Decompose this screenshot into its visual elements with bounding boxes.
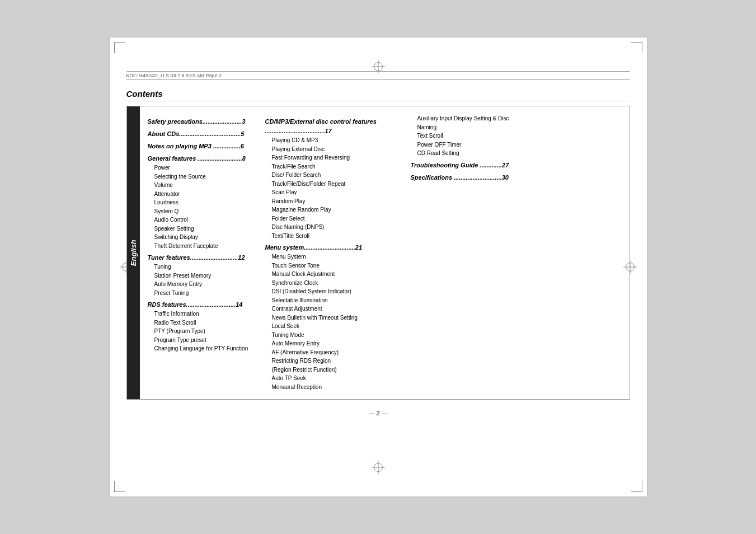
section-title: About CDs...............................… — [148, 129, 260, 139]
section-title: Notes on playing MP3 ................6 — [148, 142, 260, 151]
section-title: CD/MP3/External disc control features ..… — [265, 117, 405, 136]
list-item: Menu System — [265, 252, 405, 261]
list-item: (Region Restrict Function) — [265, 366, 405, 374]
corner-mark-br — [626, 475, 642, 492]
list-item: Fast Forwarding and Reversing — [265, 153, 405, 162]
list-item: Station Preset Memory — [148, 271, 260, 280]
column-2: CD/MP3/External disc control features ..… — [265, 114, 405, 391]
list-item: Magazine Random Play — [265, 205, 405, 214]
section-title: RDS features............................… — [148, 300, 260, 310]
page-number: — 2 — — [126, 410, 630, 416]
list-item: Auto TP Seek — [265, 374, 405, 383]
list-item: News Bulletin with Timeout Setting — [265, 313, 405, 322]
list-item: Touch Sensor Tone — [265, 261, 405, 270]
list-item: Preset Tuning — [148, 289, 260, 298]
list-item: Audio Control — [148, 216, 260, 224]
list-item: Playing External Disc — [265, 145, 405, 154]
list-item: Selecting the Source — [148, 172, 260, 181]
corner-mark-tr — [626, 42, 642, 59]
header-text: KDC-M4524G_U.S 03.7.8 9:23 AM Page 2 — [126, 73, 222, 78]
main-content-box: English Safety precautions..............… — [126, 106, 630, 400]
contents-title: Contents — [126, 89, 630, 101]
list-item: Traffic Information — [148, 310, 260, 318]
section-title: Specifications .........................… — [411, 173, 624, 182]
list-item: Scan Play — [265, 188, 405, 197]
crosshair-bottom — [372, 461, 385, 474]
list-item: Switching Display — [148, 233, 260, 242]
list-item: Auto Memory Entry — [148, 280, 260, 289]
list-item: Naming — [411, 123, 624, 132]
list-item: Radio Text Scroll — [148, 318, 260, 327]
list-item: Folder Select — [265, 214, 405, 223]
list-item: Contrast Adjustment — [265, 305, 405, 313]
list-item: Local Seek — [265, 322, 405, 331]
section-title: General features .......................… — [148, 154, 260, 163]
crosshair-top — [372, 60, 385, 73]
list-item: Auxiliary Input Display Setting & Disc — [411, 114, 624, 123]
list-item: Playing CD & MP3 — [265, 136, 405, 145]
list-item: AF (Alternative Frequency) — [265, 348, 405, 357]
list-item: Restricting RDS Region — [265, 357, 405, 366]
list-item: DSI (Disabled System Indicator) — [265, 287, 405, 296]
list-item: Program Type preset — [148, 336, 260, 345]
list-item: Manual Clock Adjustment — [265, 270, 405, 279]
section-title: Tuner features..........................… — [148, 253, 260, 263]
corner-mark-bl — [114, 475, 131, 492]
list-item: Synchronize Clock — [265, 279, 405, 288]
list-item: Loudness — [148, 198, 260, 207]
list-item: CD Read Setting — [411, 149, 624, 158]
corner-mark-tl — [114, 42, 131, 59]
list-item: Track/File Search — [265, 162, 405, 171]
list-item: Volume — [148, 181, 260, 190]
list-item: Disc Naming (DNPS) — [265, 223, 405, 232]
list-item: Changing Language for PTY Function — [148, 344, 260, 353]
list-item: Selectable Illumination — [265, 296, 405, 305]
list-item: Random Play — [265, 197, 405, 206]
column-1: Safety precautions......................… — [148, 114, 260, 391]
content-inner: Safety precautions......................… — [140, 106, 630, 399]
list-item: Tuning Mode — [265, 331, 405, 340]
list-item: System Q — [148, 207, 260, 216]
list-item: Auto Memory Entry — [265, 339, 405, 348]
list-item: Power — [148, 163, 260, 172]
list-item: Attenuator — [148, 190, 260, 199]
list-item: Theft Deterrent Faceplate — [148, 242, 260, 251]
section-title: Menu system.............................… — [265, 243, 405, 252]
list-item: PTY (Program Type) — [148, 327, 260, 336]
list-item: Text/Title Scroll — [265, 232, 405, 241]
list-item: Track/File/Disc/Folder Repeat — [265, 180, 405, 189]
list-item: Power OFF Timer — [411, 140, 624, 149]
list-item: Monaural Reception — [265, 383, 405, 392]
list-item: Disc/ Folder Search — [265, 171, 405, 180]
column-3: Auxiliary Input Display Setting & Disc N… — [411, 114, 624, 391]
section-title: Safety precautions......................… — [148, 117, 260, 127]
list-item: Tuning — [148, 263, 260, 271]
list-item: Speaker Setting — [148, 224, 260, 233]
language-label: English — [127, 106, 140, 399]
section-title: Troubleshooting Guide .............27 — [411, 161, 624, 170]
list-item: Text Scroll — [411, 132, 624, 140]
